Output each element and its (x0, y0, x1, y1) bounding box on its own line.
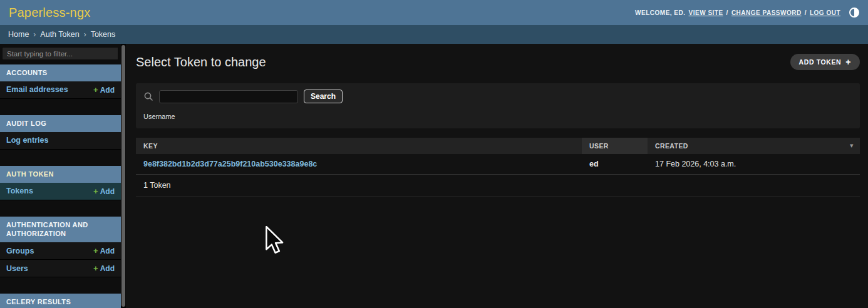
main-content: Select Token to change ADD TOKEN + Searc… (126, 44, 868, 308)
section-title-auth-authorization: AUTHENTICATION AND AUTHORIZATION (0, 217, 121, 243)
breadcrumb-separator: › (33, 30, 36, 39)
log-out-link[interactable]: LOG OUT (810, 9, 840, 16)
sidebar-item-log-entries[interactable]: Log entries (0, 132, 121, 150)
search-field-label: Username (143, 113, 852, 120)
add-token-sidebar-button[interactable]: +Add (93, 187, 115, 196)
sidebar-section-auth-token: AUTH TOKEN Tokens +Add (0, 166, 121, 200)
sort-descending-icon[interactable]: ▾ (850, 141, 854, 150)
sidebar-filter-input[interactable] (2, 47, 118, 60)
sidebar-item-tokens[interactable]: Tokens +Add (0, 183, 121, 200)
search-icon (143, 91, 153, 101)
breadcrumb-separator: › (84, 30, 86, 39)
view-site-link[interactable]: VIEW SITE (689, 9, 723, 16)
plus-icon: + (93, 187, 98, 196)
link-separator: / (726, 9, 728, 16)
breadcrumb-auth-token[interactable]: Auth Token (40, 30, 79, 39)
add-group-button[interactable]: +Add (93, 246, 115, 255)
sidebar-section-auth-authorization: AUTHENTICATION AND AUTHORIZATION Groups … (0, 217, 121, 278)
section-title-celery-results: CELERY RESULTS (0, 294, 121, 308)
add-user-button[interactable]: +Add (93, 264, 115, 273)
breadcrumb: Home › Auth Token › Tokens (0, 25, 868, 44)
table-row: 9e8f382bd1b2d3d77a25b9f210ab530e338a9e8c… (136, 154, 860, 175)
token-created-cell: 17 Feb 2026, 4:03 a.m. (648, 154, 860, 175)
sidebar-section-audit-log: AUDIT LOG Log entries (0, 115, 121, 150)
theme-toggle-icon[interactable] (849, 8, 859, 18)
change-password-link[interactable]: CHANGE PASSWORD (731, 9, 802, 16)
admin-sidebar: ACCOUNTS Email addresses +Add AUDIT LOG … (0, 44, 121, 308)
column-header-user[interactable]: USER (582, 138, 648, 154)
column-header-created[interactable]: CREATED ▾ (648, 138, 860, 154)
top-header-bar: Paperless-ngx WELCOME, ED. VIEW SITE / C… (0, 0, 868, 25)
section-title-audit-log: AUDIT LOG (0, 115, 121, 132)
breadcrumb-home[interactable]: Home (8, 30, 29, 39)
search-input[interactable] (159, 90, 298, 103)
plus-icon: + (845, 59, 851, 65)
plus-icon: + (93, 264, 98, 273)
sidebar-item-users[interactable]: Users +Add (0, 260, 121, 277)
sidebar-item-groups[interactable]: Groups +Add (0, 242, 121, 260)
token-key-link[interactable]: 9e8f382bd1b2d3d77a25b9f210ab530e338a9e8c (143, 160, 317, 168)
table-header-row: KEY USER CREATED ▾ (136, 138, 860, 154)
search-panel: Search Username (136, 83, 860, 128)
add-email-address-button[interactable]: +Add (93, 85, 115, 95)
breadcrumb-current: Tokens (91, 30, 116, 39)
paperless-admin-page: Paperless-ngx WELCOME, ED. VIEW SITE / C… (0, 0, 868, 308)
sidebar-item-email-addresses[interactable]: Email addresses +Add (0, 81, 121, 99)
sidebar-section-accounts: ACCOUNTS Email addresses +Add (0, 64, 121, 99)
page-title: Select Token to change (136, 55, 266, 69)
plus-icon: + (93, 246, 98, 255)
token-user-cell: ed (582, 154, 648, 175)
sidebar-section-celery-results: CELERY RESULTS (0, 294, 121, 308)
search-button[interactable]: Search (304, 90, 343, 103)
result-count: 1 Token (136, 175, 860, 197)
section-title-accounts: ACCOUNTS (0, 64, 121, 81)
sidebar-scrollbar-thumb[interactable] (121, 45, 125, 307)
tokens-table: KEY USER CREATED ▾ 9e8f382bd1b2d3d77a25b… (136, 138, 860, 175)
sidebar-scrollbar (121, 44, 126, 308)
app-brand[interactable]: Paperless-ngx (9, 6, 90, 20)
add-token-button[interactable]: ADD TOKEN + (790, 54, 860, 70)
link-separator: / (805, 9, 807, 16)
section-title-auth-token: AUTH TOKEN (0, 166, 121, 183)
plus-icon: + (93, 85, 98, 95)
column-header-key[interactable]: KEY (136, 138, 582, 154)
user-tools: WELCOME, ED. VIEW SITE / CHANGE PASSWORD… (635, 8, 859, 18)
welcome-text: WELCOME, ED. (635, 9, 685, 16)
